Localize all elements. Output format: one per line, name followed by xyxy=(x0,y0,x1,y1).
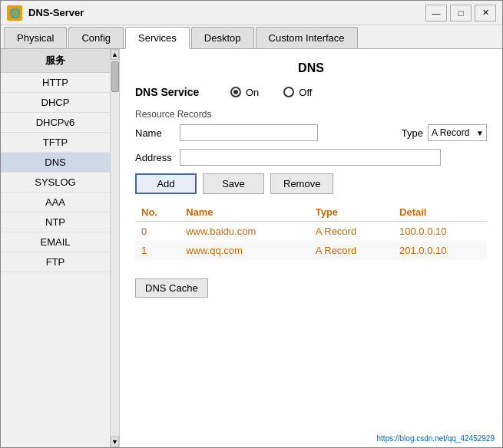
address-row: Address xyxy=(135,149,487,166)
sidebar-item-http[interactable]: HTTP xyxy=(1,73,110,93)
tab-bar: Physical Config Services Desktop Custom … xyxy=(1,25,502,49)
sidebar-header: 服务 xyxy=(1,49,110,73)
sidebar-item-email[interactable]: EMAIL xyxy=(1,232,110,252)
tab-services[interactable]: Services xyxy=(125,27,190,49)
sidebar-scroll[interactable]: HTTP DHCP DHCPv6 TFTP DNS SYSLOG AAA NTP… xyxy=(1,73,110,272)
cell-name: www.baidu.com xyxy=(180,222,309,242)
tab-custom[interactable]: Custom Interface xyxy=(256,27,358,48)
name-input[interactable] xyxy=(180,124,318,141)
minimize-button[interactable]: — xyxy=(425,5,447,21)
app-icon: 🌐 xyxy=(7,5,22,21)
tab-physical[interactable]: Physical xyxy=(4,27,67,48)
scroll-down-button[interactable]: ▼ xyxy=(111,436,119,447)
scroll-thumb[interactable] xyxy=(111,61,119,92)
title-bar: 🌐 DNS-Server — □ ✕ xyxy=(1,1,502,25)
col-header-detail: Detail xyxy=(393,203,487,222)
save-button[interactable]: Save xyxy=(203,173,264,194)
sidebar-item-ftp[interactable]: FTP xyxy=(1,252,110,272)
maximize-button[interactable]: □ xyxy=(450,5,472,21)
sidebar-item-dhcp[interactable]: DHCP xyxy=(1,93,110,113)
dns-cache-button[interactable]: DNS Cache xyxy=(135,278,208,298)
col-header-no: No. xyxy=(135,203,180,222)
section-label: Resource Records xyxy=(135,109,487,120)
sidebar-item-dhcpv6[interactable]: DHCPv6 xyxy=(1,113,110,133)
records-table: No. Name Type Detail 0www.baidu.comA Rec… xyxy=(135,203,487,260)
cell-detail: 201.0.0.10 xyxy=(393,241,487,260)
cell-no: 0 xyxy=(135,222,180,242)
sidebar-item-aaa[interactable]: AAA xyxy=(1,193,110,212)
col-header-name: Name xyxy=(180,203,309,222)
sidebar-item-dns[interactable]: DNS xyxy=(1,153,110,173)
table-row[interactable]: 0www.baidu.comA Record100.0.0.10 xyxy=(135,222,487,242)
sidebar-item-tftp[interactable]: TFTP xyxy=(1,133,110,153)
type-group: Type A Record CNAME NS MX AAAA ▼ xyxy=(402,124,487,141)
radio-group: On Off xyxy=(230,87,312,98)
type-select[interactable]: A Record CNAME NS MX AAAA xyxy=(428,124,487,141)
cell-name: www.qq.com xyxy=(180,241,309,260)
cell-type: A Record xyxy=(309,222,393,242)
tab-desktop[interactable]: Desktop xyxy=(191,27,254,48)
name-label: Name xyxy=(135,127,174,139)
content-area: 服务 HTTP DHCP DHCPv6 TFTP DNS SYSLOG AAA … xyxy=(1,49,502,447)
watermark: https://blog.csdn.net/qq_42452929 xyxy=(372,433,499,444)
service-row: DNS Service On Off xyxy=(135,86,487,98)
address-label: Address xyxy=(135,152,174,163)
cell-no: 1 xyxy=(135,241,180,260)
window-controls: — □ ✕ xyxy=(425,5,496,21)
radio-off-label: Off xyxy=(299,87,312,98)
radio-on-circle[interactable] xyxy=(230,87,241,97)
sidebar-item-ntp[interactable]: NTP xyxy=(1,212,110,232)
window-title: DNS-Server xyxy=(28,7,419,18)
radio-on-label: On xyxy=(246,87,259,98)
scroll-up-button[interactable]: ▲ xyxy=(111,49,119,60)
remove-button[interactable]: Remove xyxy=(270,173,333,194)
type-select-wrapper: A Record CNAME NS MX AAAA ▼ xyxy=(428,124,487,141)
panel-title: DNS xyxy=(135,61,487,75)
cell-detail: 100.0.0.10 xyxy=(393,222,487,242)
add-button[interactable]: Add xyxy=(135,173,197,194)
type-label: Type xyxy=(402,127,423,139)
sidebar-scrollbar[interactable]: ▲ ▼ xyxy=(110,49,119,447)
sidebar-content: 服务 HTTP DHCP DHCPv6 TFTP DNS SYSLOG AAA … xyxy=(1,49,110,447)
radio-off-circle[interactable] xyxy=(283,87,294,97)
radio-on[interactable]: On xyxy=(230,87,259,98)
sidebar: 服务 HTTP DHCP DHCPv6 TFTP DNS SYSLOG AAA … xyxy=(1,49,120,447)
action-buttons: Add Save Remove xyxy=(135,173,487,194)
main-panel: DNS DNS Service On Off Resource Records xyxy=(120,49,502,447)
name-type-row: Name Type A Record CNAME NS MX AAAA ▼ xyxy=(135,124,487,141)
main-window: 🌐 DNS-Server — □ ✕ Physical Config Servi… xyxy=(0,0,503,448)
close-button[interactable]: ✕ xyxy=(475,5,496,21)
table-row[interactable]: 1www.qq.comA Record201.0.0.10 xyxy=(135,241,487,260)
tab-config[interactable]: Config xyxy=(68,27,124,48)
service-label: DNS Service xyxy=(135,86,212,98)
sidebar-item-syslog[interactable]: SYSLOG xyxy=(1,173,110,193)
cell-type: A Record xyxy=(309,241,393,260)
col-header-type: Type xyxy=(309,203,393,222)
radio-off[interactable]: Off xyxy=(283,87,312,98)
address-input[interactable] xyxy=(180,149,441,166)
